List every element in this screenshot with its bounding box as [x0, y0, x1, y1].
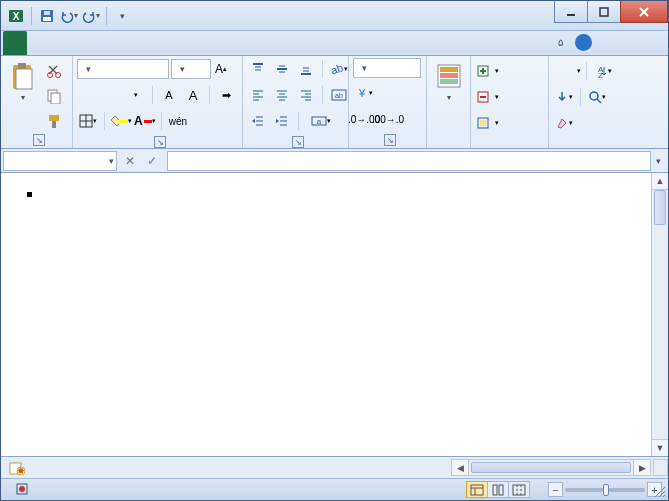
- scroll-thumb[interactable]: [654, 190, 666, 225]
- svg-rect-6: [600, 8, 608, 16]
- font-color-icon[interactable]: A▾: [134, 110, 156, 132]
- horizontal-scrollbar[interactable]: ◀ ▶: [451, 459, 651, 476]
- selection-box: [27, 192, 31, 196]
- comma-icon[interactable]: [401, 82, 423, 104]
- align-top-icon[interactable]: [247, 58, 269, 80]
- split-handle[interactable]: [653, 459, 668, 476]
- format-painter-icon[interactable]: [43, 110, 65, 132]
- find-select-icon[interactable]: ▾: [586, 86, 608, 108]
- formula-input[interactable]: [167, 151, 651, 171]
- name-box[interactable]: ▾: [3, 151, 117, 171]
- svg-text:ab: ab: [330, 62, 344, 76]
- scroll-left-icon[interactable]: ◀: [452, 460, 469, 475]
- qat-customize-icon[interactable]: ▾: [113, 7, 131, 25]
- insert-cells-icon[interactable]: [475, 60, 491, 82]
- new-sheet-icon[interactable]: ✸: [7, 459, 27, 477]
- merge-center-icon[interactable]: a▾: [304, 110, 338, 132]
- phonetic-icon[interactable]: ➡: [215, 84, 237, 106]
- fill-icon[interactable]: ▾: [553, 86, 575, 108]
- font-name-combo[interactable]: ▾: [77, 59, 169, 79]
- cancel-formula-icon: ✕: [121, 152, 139, 170]
- delete-cells-icon[interactable]: [475, 86, 491, 108]
- file-tab[interactable]: [3, 31, 27, 55]
- decrease-decimal-icon[interactable]: .00→.0: [377, 108, 399, 130]
- resize-grip-icon[interactable]: [652, 484, 666, 498]
- macro-record-icon[interactable]: [15, 482, 29, 498]
- styles-button[interactable]: ▾: [431, 58, 467, 104]
- expand-formula-icon[interactable]: ▾: [651, 151, 666, 171]
- wrap-text-icon[interactable]: ab: [328, 84, 350, 106]
- align-middle-icon[interactable]: [271, 58, 293, 80]
- cut-icon[interactable]: [43, 60, 65, 82]
- normal-view-icon[interactable]: [466, 481, 488, 498]
- number-format-combo[interactable]: ▾: [353, 58, 421, 78]
- paste-button[interactable]: ▾: [5, 58, 41, 104]
- align-center-icon[interactable]: [271, 84, 293, 106]
- decrease-font-icon[interactable]: A: [158, 84, 180, 106]
- align-left-icon[interactable]: [247, 84, 269, 106]
- svg-text:Z: Z: [598, 71, 603, 78]
- svg-rect-72: [471, 485, 483, 495]
- mdi-restore-icon[interactable]: [622, 33, 640, 51]
- page-break-view-icon[interactable]: [508, 481, 530, 498]
- scroll-down-icon[interactable]: ▼: [652, 439, 668, 456]
- percent-icon[interactable]: [377, 82, 399, 104]
- ruby-icon[interactable]: wén: [167, 110, 189, 132]
- alignment-launcher-icon[interactable]: ↘: [292, 136, 304, 148]
- svg-text:✸: ✸: [17, 466, 25, 475]
- sheet-tab-bar: ✸ ◀ ▶: [1, 456, 668, 478]
- font-launcher-icon[interactable]: ↘: [154, 136, 166, 148]
- hscroll-thumb[interactable]: [471, 462, 631, 473]
- close-button[interactable]: [620, 1, 668, 23]
- group-editing: ▾ AZ▾ ▾ ▾ ▾: [549, 56, 668, 148]
- mdi-close-icon[interactable]: [646, 33, 664, 51]
- align-bottom-icon[interactable]: [295, 58, 317, 80]
- group-number: ▾ ¥▾ .0→.00 .00→.0 ↘: [349, 56, 427, 148]
- undo-icon[interactable]: ▾: [60, 7, 78, 25]
- zoom-slider[interactable]: [565, 488, 645, 492]
- scroll-right-icon[interactable]: ▶: [633, 460, 650, 475]
- svg-rect-55: [440, 79, 458, 84]
- copy-icon[interactable]: [43, 85, 65, 107]
- minimize-button[interactable]: [554, 1, 588, 23]
- redo-icon[interactable]: ▾: [82, 7, 100, 25]
- font-size-combo[interactable]: ▾: [171, 59, 211, 79]
- maximize-button[interactable]: [587, 1, 621, 23]
- svg-rect-76: [499, 485, 503, 495]
- decrease-indent-icon[interactable]: [247, 110, 269, 132]
- format-cells-icon[interactable]: [475, 112, 491, 134]
- fill-color-icon[interactable]: ▾: [110, 110, 132, 132]
- ribbon-minimize-icon[interactable]: ۵: [551, 33, 569, 51]
- clipboard-launcher-icon[interactable]: ↘: [33, 134, 45, 146]
- svg-point-65: [590, 92, 598, 100]
- increase-font2-icon[interactable]: A: [182, 84, 204, 106]
- italic-button[interactable]: [101, 84, 123, 106]
- svg-line-66: [597, 99, 601, 103]
- zoom-out-icon[interactable]: −: [548, 482, 563, 497]
- help-icon[interactable]: [575, 34, 592, 51]
- increase-font-icon[interactable]: A▴: [213, 58, 229, 80]
- svg-rect-3: [43, 17, 51, 21]
- save-icon[interactable]: [38, 7, 56, 25]
- scroll-up-icon[interactable]: ▲: [652, 173, 668, 190]
- svg-rect-75: [493, 485, 497, 495]
- sort-filter-icon[interactable]: AZ▾: [592, 60, 614, 82]
- align-right-icon[interactable]: [295, 84, 317, 106]
- accounting-icon[interactable]: ¥▾: [353, 82, 375, 104]
- clear-icon[interactable]: ▾: [553, 112, 575, 134]
- underline-button[interactable]: ▾: [125, 84, 147, 106]
- borders-icon[interactable]: ▾: [77, 110, 99, 132]
- autosum-icon[interactable]: [553, 60, 575, 82]
- page-layout-view-icon[interactable]: [487, 481, 509, 498]
- orientation-icon[interactable]: ab▾: [328, 58, 350, 80]
- cell-grid[interactable]: [27, 192, 651, 456]
- mdi-minimize-icon[interactable]: [598, 33, 616, 51]
- bold-button[interactable]: [77, 84, 99, 106]
- increase-indent-icon[interactable]: [271, 110, 293, 132]
- svg-rect-14: [49, 115, 59, 121]
- app-icon[interactable]: X: [7, 7, 25, 25]
- vertical-scrollbar[interactable]: ▲ ▼: [651, 173, 668, 456]
- number-launcher-icon[interactable]: ↘: [384, 134, 396, 146]
- svg-rect-4: [44, 11, 50, 15]
- svg-text:a: a: [317, 117, 322, 126]
